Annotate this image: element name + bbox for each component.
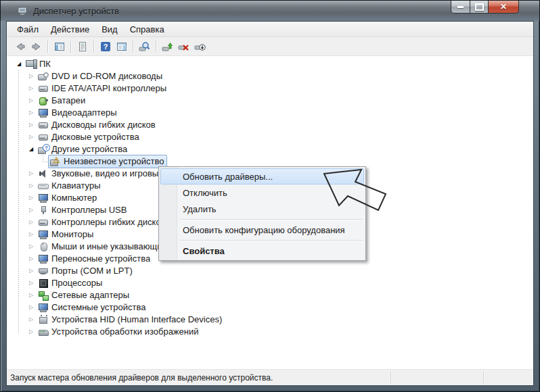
tree-expander-icon[interactable]: [26, 293, 36, 298]
scan-hardware-changes-button[interactable]: [137, 39, 153, 54]
tree-item-label: Видеоадаптеры: [49, 107, 117, 119]
tree-item-label: Порты (COM и LPT): [49, 265, 133, 277]
context-menu-item[interactable]: Отключить: [160, 185, 364, 201]
tree-expander-icon[interactable]: [26, 134, 36, 140]
forward-icon: [30, 41, 43, 52]
tree-item-label: Устройства HID (Human Interface Devices): [49, 314, 222, 326]
back-button[interactable]: [12, 39, 28, 54]
tree-expander-icon[interactable]: [26, 122, 36, 128]
tree-item-label: Процессоры: [49, 277, 102, 289]
maximize-button[interactable]: [470, 1, 489, 14]
tree-expander-icon[interactable]: [26, 244, 36, 249]
tree-expander-icon[interactable]: [26, 110, 36, 116]
ports-icon: [38, 266, 49, 276]
minimize-button[interactable]: [451, 1, 470, 14]
maximize-icon: [475, 3, 484, 11]
tree-expander-icon[interactable]: [26, 280, 36, 286]
tree-item-label: Контроллеры USB: [49, 204, 127, 216]
toolbar-separator: [156, 41, 157, 53]
tree-connector-line: [43, 162, 48, 162]
menu-bar: Файл Действие Вид Справка: [7, 22, 533, 37]
update-driver-button[interactable]: [160, 39, 176, 54]
menu-view[interactable]: Вид: [95, 23, 124, 36]
forward-button[interactable]: [28, 39, 45, 54]
tree-item[interactable]: Дисковые устройства: [7, 131, 533, 143]
tree-expander-icon[interactable]: [26, 195, 36, 201]
tree-expander-icon[interactable]: [26, 329, 36, 335]
tree-item[interactable]: Другие устройства: [7, 143, 533, 155]
tree-item[interactable]: Дисководы гибких дисков: [7, 119, 533, 131]
context-menu-item-label: Свойства: [183, 246, 225, 256]
tree-item-label: Неизвестное устройство: [61, 155, 164, 168]
context-menu-item[interactable]: Удалить: [160, 201, 364, 217]
disable-device-button[interactable]: [192, 39, 208, 54]
tree-item-label: Контроллеры гибких дисков: [49, 216, 166, 228]
uninstall-device-icon: [178, 41, 190, 52]
tree-expander-icon[interactable]: [26, 317, 36, 322]
tree-item[interactable]: Процессоры: [7, 277, 533, 289]
properties-icon: [77, 41, 88, 52]
context-menu-item-label: Обновить конфигурацию оборудования: [183, 225, 345, 235]
show-console-tree-icon: [54, 41, 65, 52]
tree-expander-icon[interactable]: [26, 86, 36, 91]
help-icon: ?: [100, 41, 111, 52]
tree-expander-icon[interactable]: [26, 147, 36, 152]
tree-expander-icon[interactable]: [26, 268, 36, 274]
update-driver-icon: [162, 41, 174, 52]
close-button[interactable]: [488, 1, 519, 14]
menu-file[interactable]: Файл: [11, 23, 45, 36]
tree-expander-icon[interactable]: [26, 98, 36, 103]
toolbar-separator: [93, 41, 95, 53]
tree-item[interactable]: Системные устройства: [7, 301, 533, 314]
tree-item[interactable]: Порты (COM и LPT): [7, 265, 533, 277]
tree-item[interactable]: ПК: [7, 58, 533, 70]
tree-item[interactable]: Видеоадаптеры: [7, 107, 533, 119]
tree-item-label: Батареи: [49, 95, 85, 107]
tree-item-label: Компьютер: [49, 192, 97, 204]
tree-expander-icon[interactable]: [14, 62, 24, 67]
show-console-tree-button[interactable]: [51, 39, 68, 54]
tree-expander-icon[interactable]: [26, 305, 36, 310]
device-manager-window: Диспетчер устройств Файл Действие Вид Сп…: [0, 0, 540, 392]
tree-item[interactable]: Сетевые адаптеры: [7, 289, 533, 301]
context-menu-item[interactable]: Обновить конфигурацию оборудования: [160, 222, 364, 238]
tree-expander-icon[interactable]: [26, 207, 36, 213]
tree-expander-icon[interactable]: [26, 220, 36, 225]
tree-item[interactable]: DVD и CD-ROM дисководы: [7, 70, 533, 82]
help-button[interactable]: ?: [97, 39, 114, 54]
tree-expander-icon[interactable]: [26, 183, 36, 189]
tree-item[interactable]: Батареи: [7, 95, 533, 107]
disable-device-icon: [194, 41, 206, 52]
tree-connector-line: [18, 70, 19, 333]
tree-expander-icon[interactable]: [26, 232, 36, 237]
properties-button[interactable]: [74, 39, 91, 54]
context-menu-item[interactable]: Свойства: [160, 243, 364, 259]
keyboard-icon: [38, 180, 49, 191]
toolbar-separator: [70, 41, 72, 53]
chipq-icon: [38, 144, 49, 155]
tree-item-label: Переносные устройства: [49, 253, 150, 265]
tree-expander-icon[interactable]: [26, 256, 36, 262]
tree-item[interactable]: Устройства HID (Human Interface Devices): [7, 314, 533, 326]
scan-hardware-changes-icon: [139, 41, 151, 52]
context-menu-item[interactable]: Обновить драйверы...: [160, 168, 364, 185]
uninstall-device-button[interactable]: [176, 39, 192, 54]
drive-icon: [38, 120, 49, 130]
drive-icon: [38, 217, 49, 228]
mouse-icon: [38, 241, 49, 252]
tree-item[interactable]: IDE ATA/ATAPI контроллеры: [7, 82, 533, 95]
context-menu-item-label: Обновить драйверы...: [183, 172, 273, 182]
tree-item[interactable]: Устройства обработки изображений: [7, 326, 533, 338]
tree-expander-icon[interactable]: [26, 74, 36, 79]
drive-icon: [38, 83, 49, 94]
show-action-pane-button[interactable]: [114, 39, 130, 54]
imaging-icon: [38, 326, 49, 337]
speaker-icon: [38, 168, 49, 179]
tree-expander-icon[interactable]: [26, 171, 36, 176]
close-icon: [500, 3, 507, 11]
menu-action[interactable]: Действие: [45, 23, 95, 36]
monitor-icon: [38, 253, 49, 264]
net-icon: [38, 290, 49, 301]
menu-help[interactable]: Справка: [124, 23, 171, 36]
context-menu: Обновить драйверы...ОтключитьУдалитьОбно…: [158, 166, 366, 261]
